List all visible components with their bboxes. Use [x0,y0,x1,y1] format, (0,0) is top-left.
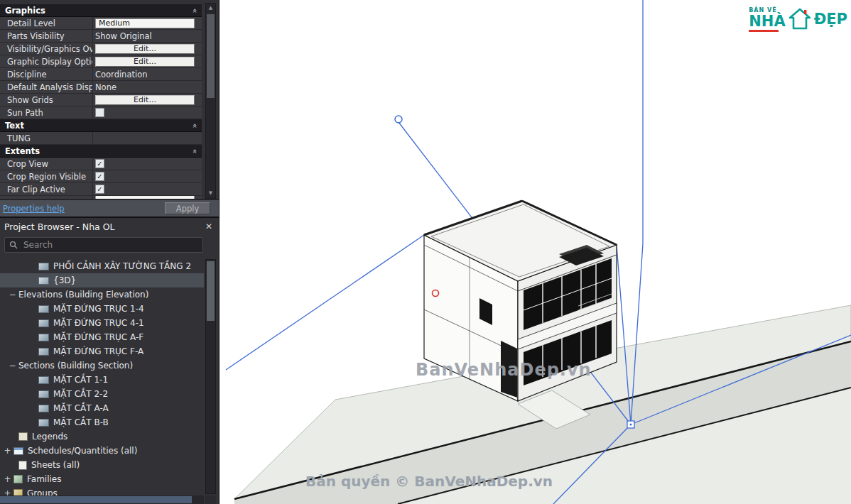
logo-line-dep: ĐẸP [814,11,847,28]
section-view-icon [38,376,49,384]
tree-item-view[interactable]: MẶT CẮT B-B [0,415,204,429]
project-browser-title: Project Browser - Nha OL [4,221,115,232]
tree-item-view[interactable]: PHỐI CẢNH XÂY TƯỜNG TẦNG 2 [0,259,204,273]
collapse-chevron-icon[interactable]: « [192,148,199,153]
tree-item-view[interactable]: MẶT CẮT A-A [0,401,204,415]
3d-view-icon [38,277,49,285]
graphic-display-edit-button[interactable]: Edit... [95,57,195,67]
tree-group-families[interactable]: + Families [0,472,204,486]
section-title: Extents [5,146,40,156]
crop-view-checkbox[interactable]: ✓ [95,159,104,168]
view-icon [38,305,49,313]
properties-help-link[interactable]: Properties help [3,204,65,214]
close-icon[interactable]: ✕ [205,221,212,231]
apply-button[interactable]: Apply [165,202,210,214]
expand-icon[interactable]: + [4,474,11,484]
property-row-vg-overrides: Visibility/Graphics Ov... Edit... [0,43,202,55]
scrollbar-thumb[interactable] [207,14,215,98]
collapse-chevron-icon[interactable]: « [192,123,199,128]
collapse-icon[interactable]: − [9,290,16,300]
properties-footer: Properties help Apply [0,199,219,217]
default-analysis-value[interactable]: None [95,82,116,92]
tree-item-view[interactable]: MẶT CẮT 1-1 [0,373,204,387]
tree-group-sections[interactable]: − Sections (Building Section) [0,358,204,373]
parts-visibility-value[interactable]: Show Original [95,31,152,41]
section-header-graphics[interactable]: Graphics « [0,4,202,17]
property-row-far-clip: Far Clip Active ✓ [0,183,202,196]
scrollbar-thumb[interactable] [207,261,215,321]
properties-palette: Graphics « Detail Level Medium Parts Vis… [0,0,219,217]
section-header-extents[interactable]: Extents « [0,145,202,158]
properties-scrollbar[interactable]: ▲ ▼ [205,3,216,199]
sheet-icon [18,461,27,470]
expand-icon[interactable]: + [4,446,11,456]
family-icon [13,475,23,483]
property-row-default-analysis: Default Analysis Displ... None [0,81,202,94]
tree-group-elevations[interactable]: − Elevations (Building Elevation) [0,287,204,302]
section-title: Text [5,121,24,131]
view-icon [38,348,49,356]
tree-group-schedules[interactable]: + Schedules/Quantities (all) [0,444,204,458]
group-icon [13,489,23,495]
far-clip-checkbox[interactable]: ✓ [95,185,104,194]
scrollbar-corner [205,495,216,504]
tree-item-view[interactable]: MẶT ĐỨNG TRỤC F-A [0,344,204,358]
expand-icon[interactable]: + [4,488,11,495]
tree-item-view[interactable]: MẶT ĐỨNG TRỤC A-F [0,330,204,344]
revit-window: Graphics « Detail Level Medium Parts Vis… [0,0,851,504]
tree-item-view[interactable]: MẶT CẮT 2-2 [0,387,204,401]
show-grids-edit-button[interactable]: Edit... [95,95,195,105]
browser-vertical-scrollbar[interactable] [205,259,216,494]
property-row-discipline: Discipline Coordination [0,68,202,81]
site-logo: BẢN VẼ NHÀ ĐẸP [749,6,847,32]
scrollbar-thumb[interactable] [0,496,192,503]
property-row-detail-level: Detail Level Medium [0,17,202,30]
property-row-clipped [0,196,202,199]
browser-tree: PHỐI CẢNH XÂY TƯỜNG TẦNG 2 {3D} − Elevat… [0,259,204,495]
scroll-down-icon[interactable]: ▼ [206,189,215,198]
property-row-crop-region: Crop Region Visible ✓ [0,170,202,183]
tree-item-legends[interactable]: Legends [0,429,204,444]
tree-item-3d-view[interactable]: {3D} [0,273,204,287]
view-icon [38,263,49,270]
house-logo-icon [788,6,812,32]
collapse-chevron-icon[interactable]: « [192,8,199,13]
copyright-text: Bản quyền © BanVeNhaDep.vn [305,473,553,490]
discipline-value[interactable]: Coordination [95,70,148,80]
browser-horizontal-scrollbar[interactable] [0,495,204,504]
crop-region-checkbox[interactable]: ✓ [95,172,104,181]
property-row-graphic-display: Graphic Display Options Edit... [0,55,202,68]
view-icon [38,319,49,327]
clipped-input[interactable] [95,196,195,199]
property-row-show-grids: Show Grids Edit... [0,94,202,106]
tree-item-view[interactable]: MẶT ĐỨNG TRỤC 4-1 [0,316,204,330]
section-view-icon [38,419,49,427]
browser-search-box[interactable] [4,237,203,253]
section-view-icon [38,390,49,398]
view-icon [38,334,49,341]
property-row-tung: TUNG [0,132,202,145]
camera-eye-handle[interactable] [395,116,402,123]
camera-target-dot [630,424,632,426]
scroll-up-icon[interactable]: ▲ [206,4,215,13]
logo-line-big: NHÀ [749,13,785,29]
drawing-canvas[interactable]: BanVeNhaDep.vn Bản quyền © BanVeNhaDep.v… [219,0,851,504]
search-input[interactable] [22,239,198,251]
sun-path-checkbox[interactable] [95,108,104,117]
3d-viewport[interactable]: BanVeNhaDep.vn Bản quyền © BanVeNhaDep.v… [219,0,851,504]
legend-icon [18,432,28,441]
schedule-table-icon [13,447,23,455]
vg-overrides-edit-button[interactable]: Edit... [95,44,195,54]
tree-group-groups[interactable]: + Groups [0,486,204,495]
tree-item-sheets[interactable]: Sheets (all) [0,458,204,472]
property-row-crop-view: Crop View ✓ [0,158,202,170]
section-header-text[interactable]: Text « [0,119,202,132]
detail-level-input[interactable]: Medium [95,18,195,28]
section-title: Graphics [5,6,45,16]
project-browser-titlebar[interactable]: Project Browser - Nha OL ✕ [0,218,219,235]
collapse-icon[interactable]: − [9,361,16,371]
project-browser: Project Browser - Nha OL ✕ PHỐI CẢNH XÂY… [0,217,219,504]
tree-item-view[interactable]: MẶT ĐỨNG TRỤC 1-4 [0,302,204,316]
section-view-icon [38,405,49,412]
left-dock-panel: Graphics « Detail Level Medium Parts Vis… [0,0,219,504]
